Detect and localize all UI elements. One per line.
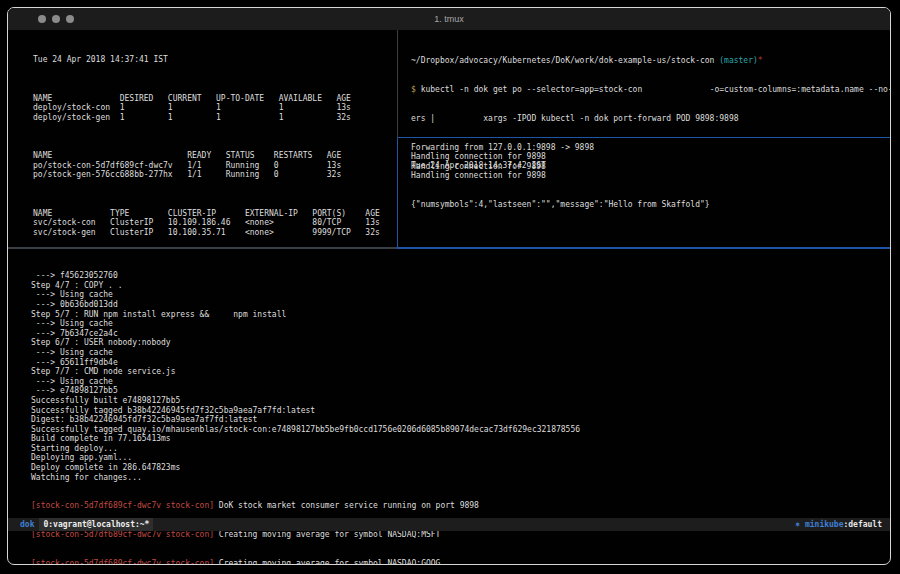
git-dirty-flag: * (758, 56, 763, 65)
pane-kubectl-watch[interactable]: Tue 24 Apr 2018 14:37:41 IST NAME DESIRE… (8, 30, 397, 247)
pods-table: NAME READY STATUS RESTARTS AGE po/stock-… (33, 151, 380, 180)
pane-skaffold-log[interactable]: ---> f45623052760 Step 4/7 : COPY . . --… (8, 249, 890, 518)
git-branch: (master) (719, 56, 758, 65)
pane-border-horizontal-active-top[interactable] (398, 137, 890, 138)
pod-log-line: [stock-con-5d7df689cf-dwc7v stock-con] D… (31, 501, 580, 511)
tmux-status-bar: dok 0:vagrant@localhost:~* ⎈ minikube:de… (8, 518, 890, 531)
kube-namespace: :default (843, 520, 882, 529)
pod-log-message: Creating moving average for symbol NASDA… (214, 559, 440, 565)
window-title: 1. tmux (8, 8, 890, 30)
desktop: { "window": { "title": "1. tmux" }, "pan… (0, 0, 900, 574)
terminal-window: 1. tmux Tue 24 Apr 2018 14:37:41 IST NAM… (7, 7, 891, 565)
services-table: NAME TYPE CLUSTER-IP EXTERNAL-IP PORT(S)… (33, 209, 380, 238)
docker-build-log: ---> f45623052760 Step 4/7 : COPY . . --… (31, 271, 580, 482)
cwd-path: ~/Dropbox/advocacy/Kubernetes/DoK/work/d… (411, 56, 719, 65)
pod-log-message: DoK stock market consumer service runnin… (214, 501, 479, 510)
curl-timestamp: Tue 24 Apr 2018 14:37:42 IST (411, 161, 710, 171)
pod-log-message: Creating moving average for symbol NASDA… (214, 530, 440, 539)
pod-log-prefix: [stock-con-5d7df689cf-dwc7v stock-con] (31, 530, 214, 539)
shell-cwd-line: ~/Dropbox/advocacy/Kubernetes/DoK/work/d… (411, 56, 891, 66)
pane-port-forward[interactable]: ~/Dropbox/advocacy/Kubernetes/DoK/work/d… (398, 30, 890, 137)
pod-log-line: [stock-con-5d7df689cf-dwc7v stock-con] C… (31, 530, 580, 540)
pod-log-line: [stock-con-5d7df689cf-dwc7v stock-con] C… (31, 559, 580, 565)
pane-border-vertical-active[interactable] (397, 138, 398, 248)
pane-curl-watch[interactable]: Tue 24 Apr 2018 14:37:42 IST {"numsymbol… (398, 138, 890, 247)
titlebar: 1. tmux (8, 8, 890, 30)
tmux-status-right: ⎈ minikube:default (795, 518, 890, 531)
command-text-wrap: ers | xargs -IPOD kubectl -n dok port-fo… (411, 114, 891, 124)
tmux-window-tab[interactable]: 0:vagrant@localhost:~* (39, 518, 153, 531)
curl-json-response: {"numsymbols":4,"lastseen":"","message":… (411, 200, 710, 210)
kube-context: ⎈ minikube (795, 520, 843, 529)
tmux-session-name: dok (8, 518, 34, 531)
pane-border-horizontal-inactive[interactable] (8, 247, 397, 249)
pane-border-vertical-inactive[interactable] (397, 30, 398, 138)
watch-timestamp: Tue 24 Apr 2018 14:37:41 IST (33, 55, 380, 65)
command-text: kubectl -n dok get po --selector=app=sto… (416, 85, 891, 94)
shell-command-line: $ kubectl -n dok get po --selector=app=s… (411, 85, 891, 95)
deployments-table: NAME DESIRED CURRENT UP-TO-DATE AVAILABL… (33, 94, 380, 123)
pane-border-horizontal-active-bottom[interactable] (397, 247, 890, 249)
pod-log-prefix: [stock-con-5d7df689cf-dwc7v stock-con] (31, 501, 214, 510)
pod-log-prefix: [stock-con-5d7df689cf-dwc7v stock-con] (31, 559, 214, 565)
